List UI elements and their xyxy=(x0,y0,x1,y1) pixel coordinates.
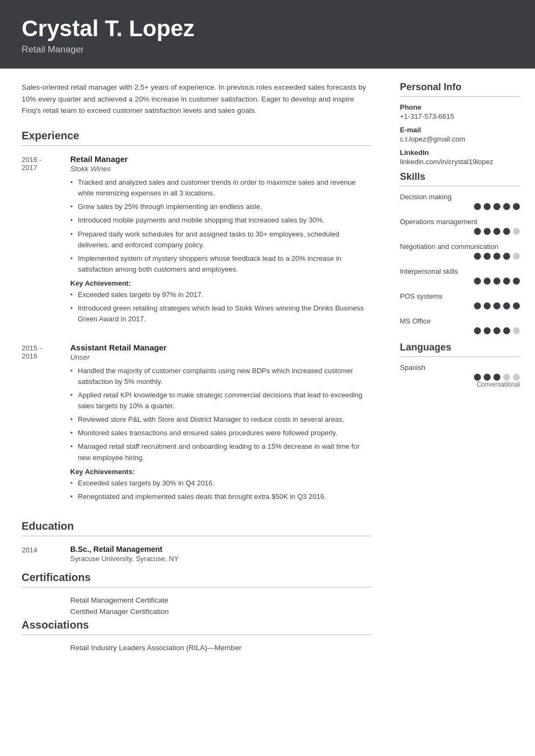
dot-filled xyxy=(503,203,510,210)
skill-item: Negotiation and communication xyxy=(400,242,520,260)
certifications-divider xyxy=(22,587,372,588)
language-item: SpanishConversational xyxy=(400,363,520,388)
assoc-item: Retail Industry Leaders Association (RIL… xyxy=(70,644,242,652)
exp-bullet-item: Reviewed store P&L with Store and Distri… xyxy=(70,414,372,425)
dot-filled xyxy=(493,374,500,381)
exp-company: Unser xyxy=(70,353,372,361)
certifications-entry: Retail Management CertificateCertified M… xyxy=(22,596,372,619)
exp-company: Stokk Wines xyxy=(70,165,372,173)
language-dots xyxy=(400,374,520,381)
skill-name: POS systems xyxy=(400,292,520,300)
dot-filled xyxy=(503,228,510,235)
dot-filled xyxy=(484,278,491,285)
exp-dates: 2015 - 2016 xyxy=(22,343,70,505)
skill-item: Interpersonal skills xyxy=(400,267,520,285)
key-achievement-label: Key Achievements: xyxy=(70,468,372,476)
languages-divider xyxy=(400,356,520,357)
associations-entry: Retail Industry Leaders Association (RIL… xyxy=(22,644,372,652)
certifications-list: Retail Management CertificateCertified M… xyxy=(22,596,372,619)
achievement-item: Exceeded sales targets by 30% in Q4 2016… xyxy=(70,478,372,489)
exp-bullet-item: Implemented system of mystery shoppers w… xyxy=(70,253,372,275)
exp-bullet-item: Applied retail KPI knowledge to make str… xyxy=(70,390,372,411)
dot-empty xyxy=(513,327,520,334)
education-entry: 2014B.Sc., Retail ManagementSyracuse Uni… xyxy=(22,545,372,563)
achievement-list: Exceeded sales targets by 97% in 2017.In… xyxy=(70,289,372,325)
skills-divider xyxy=(400,186,520,186)
dot-filled xyxy=(493,203,500,210)
assoc-spacer xyxy=(22,644,70,652)
achievement-item: Exceeded sales targets by 97% in 2017. xyxy=(70,289,372,300)
dot-empty xyxy=(513,253,520,260)
body-layout: Sales-oriented retail manager with 2,5+ … xyxy=(0,69,535,673)
assoc-content: Retail Industry Leaders Association (RIL… xyxy=(70,644,242,652)
certifications-section-title: Certifications xyxy=(22,571,372,584)
dot-filled xyxy=(474,302,481,309)
exp-bullet-item: Monitored sales transactions and ensured… xyxy=(70,428,372,438)
exp-bullet-list: Handled the majority of customer complai… xyxy=(70,366,372,463)
edu-year: 2014 xyxy=(22,545,70,563)
phone-value: +1-317-573-6615 xyxy=(400,112,520,120)
linkedin-block: LinkedIn linkedin.com/in/crystal19lopez xyxy=(400,148,520,166)
linkedin-label: LinkedIn xyxy=(400,148,520,157)
personal-info-title: Personal Info xyxy=(400,82,520,93)
skill-dots xyxy=(400,203,520,210)
sidebar-column: Personal Info Phone +1-317-573-6615 E-ma… xyxy=(389,69,535,413)
exp-job-title: Assistant Retail Manager xyxy=(70,343,372,352)
summary-text: Sales-oriented retail manager with 2,5+ … xyxy=(22,82,372,117)
dot-filled xyxy=(484,302,491,309)
exp-bullet-item: Prepared daily work schedules for and as… xyxy=(70,229,372,251)
dot-filled xyxy=(484,228,491,235)
dot-filled xyxy=(503,253,510,260)
languages-list: SpanishConversational xyxy=(400,363,520,388)
dot-filled xyxy=(474,327,481,334)
dot-filled xyxy=(513,302,520,309)
candidate-name: Crystal T. Lopez xyxy=(22,16,513,41)
education-divider xyxy=(22,536,372,536)
dot-filled xyxy=(503,278,510,285)
language-level: Conversational xyxy=(400,381,520,388)
exp-bullet-item: Managed retail staff recruitment and onb… xyxy=(70,441,372,463)
education-section-title: Education xyxy=(22,520,372,532)
dot-filled xyxy=(474,253,481,260)
dot-filled xyxy=(513,203,520,210)
exp-bullet-list: Tracked and analyzed sales and customer … xyxy=(70,177,372,275)
exp-bullet-item: Grew sales by 25% through implementing a… xyxy=(70,201,372,212)
skill-name: Operations management xyxy=(400,218,520,226)
exp-details: Assistant Retail ManagerUnserHandled the… xyxy=(70,343,372,505)
cert-list: Retail Management CertificateCertified M… xyxy=(70,596,372,619)
dot-filled xyxy=(493,228,500,235)
key-achievement-label: Key Achievement: xyxy=(70,279,372,287)
experience-list: 2016 - 2017Retail ManagerStokk WinesTrac… xyxy=(22,154,372,505)
cert-item: Certified Manager Certification xyxy=(70,608,372,616)
skill-name: Decision making xyxy=(400,193,520,201)
associations-list: Retail Industry Leaders Association (RIL… xyxy=(22,644,372,652)
resume-header: Crystal T. Lopez Retail Manager xyxy=(0,0,535,69)
skill-name: MS Office xyxy=(400,317,520,325)
associations-section-title: Associations xyxy=(22,619,372,631)
dot-empty xyxy=(513,374,520,381)
skills-list: Decision makingOperations managementNego… xyxy=(400,193,520,334)
education-list: 2014B.Sc., Retail ManagementSyracuse Uni… xyxy=(22,545,372,563)
skill-name: Interpersonal skills xyxy=(400,267,520,275)
exp-details: Retail ManagerStokk WinesTracked and ana… xyxy=(70,154,372,328)
dot-empty xyxy=(503,374,510,381)
edu-school: Syracuse University, Syracuse, NY xyxy=(70,555,179,563)
dot-filled xyxy=(493,327,500,334)
exp-bullet-item: Handled the majority of customer complai… xyxy=(70,366,372,387)
skill-item: POS systems xyxy=(400,292,520,309)
dot-filled xyxy=(493,278,500,285)
exp-dates: 2016 - 2017 xyxy=(22,154,70,328)
exp-bullet-item: Tracked and analyzed sales and customer … xyxy=(70,177,372,199)
exp-bullet-item: Introduced mobile payments and mobile sh… xyxy=(70,215,372,226)
email-label: E-mail xyxy=(400,126,520,134)
dot-filled xyxy=(474,278,481,285)
achievement-list: Exceeded sales targets by 30% in Q4 2016… xyxy=(70,478,372,502)
cert-item: Retail Management Certificate xyxy=(70,596,372,604)
achievement-item: Renegotiated and implemented sales deals… xyxy=(70,491,372,502)
dot-filled xyxy=(513,278,520,285)
dot-filled xyxy=(484,327,491,334)
personal-info-divider xyxy=(400,96,520,97)
skill-item: Decision making xyxy=(400,193,520,210)
dot-filled xyxy=(503,327,510,334)
associations-divider xyxy=(22,634,372,635)
